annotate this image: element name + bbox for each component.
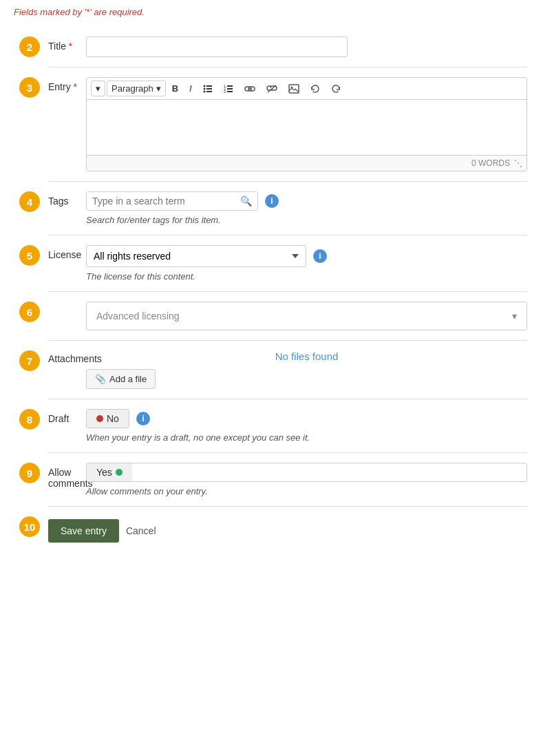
svg-rect-7 <box>227 85 233 87</box>
italic-button[interactable]: I <box>184 81 197 96</box>
advanced-licensing-toggle[interactable]: Advanced licensing ▾ <box>86 302 527 330</box>
allow-comments-option-yes[interactable]: Yes <box>87 463 132 481</box>
link-icon <box>244 85 255 93</box>
step-badge-draft: 8 <box>19 409 40 430</box>
unlink-button[interactable] <box>262 81 282 96</box>
title-field-col <box>86 36 527 57</box>
allow-comments-row: 9 Allow comments Yes Allow comments on y… <box>48 453 527 507</box>
entry-label: Entry * <box>48 77 86 92</box>
advanced-licensing-field-col: Advanced licensing ▾ <box>86 302 527 330</box>
license-select[interactable]: All rights reserved Creative Commons Pub… <box>86 245 306 267</box>
svg-point-2 <box>203 87 205 90</box>
svg-point-4 <box>203 90 205 92</box>
svg-point-0 <box>203 85 205 87</box>
word-count: 0 WORDS <box>471 158 510 168</box>
tags-label: Tags <box>48 191 86 207</box>
redo-button[interactable] <box>326 81 346 96</box>
advanced-licensing-row: 6 Advanced licensing ▾ <box>48 292 527 341</box>
numbered-list-button[interactable]: 1. 2. 3. <box>219 81 238 96</box>
draft-no-label: No <box>107 413 119 424</box>
draft-row: 8 Draft No i When your entry is a draft,… <box>48 399 527 453</box>
bullet-list-icon <box>203 84 213 94</box>
svg-text:3.: 3. <box>224 90 226 94</box>
svg-rect-11 <box>227 91 233 92</box>
draft-option-no[interactable]: No <box>87 410 129 428</box>
step-badge-tags: 4 <box>19 191 40 212</box>
step-badge-save: 10 <box>19 516 40 537</box>
add-file-button[interactable]: 📎 Add a file <box>86 369 156 389</box>
save-button[interactable]: Save entry <box>48 519 119 543</box>
draft-toggle-group: No <box>86 409 129 428</box>
title-input[interactable] <box>86 36 348 57</box>
redo-icon <box>331 84 341 94</box>
svg-rect-3 <box>206 88 212 90</box>
draft-label: Draft <box>48 409 86 424</box>
license-label: License <box>48 245 86 260</box>
advanced-licensing-text: Advanced licensing <box>96 311 180 322</box>
paperclip-icon: 📎 <box>95 374 106 384</box>
editor-toolbar: ▾ Paragraph ▾ B I <box>87 78 527 100</box>
toolbar-paragraph[interactable]: Paragraph ▾ <box>107 81 166 96</box>
resize-handle[interactable]: ⋱ <box>514 158 522 168</box>
step-badge-entry: 3 <box>19 77 40 98</box>
step-badge-comments: 9 <box>19 463 40 483</box>
entry-field-col: ▾ Paragraph ▾ B I <box>86 77 527 171</box>
svg-rect-5 <box>206 91 212 92</box>
editor-footer: 0 WORDS ⋱ <box>87 155 527 171</box>
attachments-content: No files found 📎 Add a file <box>86 350 527 389</box>
license-info-icon[interactable]: i <box>313 249 327 263</box>
image-icon <box>288 84 299 94</box>
comments-dot-green <box>116 469 123 476</box>
link-button[interactable] <box>240 82 260 96</box>
undo-button[interactable] <box>306 81 325 96</box>
title-label: Title * <box>48 36 86 52</box>
paragraph-label: Paragraph <box>112 83 153 94</box>
advanced-licensing-chevron-icon: ▾ <box>512 311 517 322</box>
step-badge-attachments: 7 <box>19 350 40 371</box>
title-row: 2 Title * <box>48 27 527 67</box>
draft-hint: When your entry is a draft, no one excep… <box>86 432 527 443</box>
entry-row: 3 Entry * ▾ Paragraph ▾ B I <box>48 67 527 182</box>
draft-info-icon[interactable]: i <box>136 412 150 426</box>
bullet-list-button[interactable] <box>198 81 218 96</box>
license-row: 5 License All rights reserved Creative C… <box>48 235 527 292</box>
required-note: Fields marked by '*' are required. <box>14 7 527 17</box>
svg-rect-1 <box>206 85 212 87</box>
draft-dot-red <box>96 415 103 422</box>
cancel-button[interactable]: Cancel <box>126 525 156 536</box>
allow-comments-field-col: Yes Allow comments on your entry. <box>86 463 527 496</box>
image-button[interactable] <box>284 81 304 96</box>
add-file-label: Add a file <box>109 374 147 384</box>
attachments-row: 7 Attachments No files found 📎 Add a fil… <box>48 341 527 399</box>
advanced-licensing-label-spacer <box>48 302 86 306</box>
no-files-text: No files found <box>86 350 527 362</box>
license-hint: The license for this content. <box>86 271 527 282</box>
undo-icon <box>310 84 320 94</box>
numbered-list-icon: 1. 2. 3. <box>224 84 233 94</box>
svg-rect-14 <box>289 85 299 93</box>
unlink-icon <box>266 84 277 94</box>
license-field-col: All rights reserved Creative Commons Pub… <box>86 245 527 282</box>
chevron-icon: ▾ <box>96 83 100 94</box>
yes-label: Yes <box>96 467 112 478</box>
tags-hint: Search for/enter tags for this item. <box>86 215 527 225</box>
tags-info-icon[interactable]: i <box>265 194 279 208</box>
tags-row: 4 Tags 🔍 i Search for/enter tags for thi… <box>48 182 527 235</box>
entry-editor: ▾ Paragraph ▾ B I <box>86 77 527 171</box>
attachments-label: Attachments <box>48 350 86 364</box>
bold-button[interactable]: B <box>167 81 183 96</box>
svg-rect-9 <box>227 88 233 90</box>
tags-search-box[interactable]: 🔍 <box>86 191 258 211</box>
step-badge-license: 5 <box>19 245 40 266</box>
step-badge-advanced: 6 <box>19 302 40 322</box>
search-icon: 🔍 <box>240 196 252 207</box>
tags-field-col: 🔍 i Search for/enter tags for this item. <box>86 191 527 225</box>
form-actions: 10 Save entry Cancel <box>48 507 527 543</box>
allow-comments-hint: Allow comments on your entry. <box>86 486 527 496</box>
allow-comments-toggle-group: Yes <box>86 463 527 482</box>
draft-field-col: No i When your entry is a draft, no one … <box>86 409 527 443</box>
step-badge-title: 2 <box>19 36 40 57</box>
toolbar-chevron[interactable]: ▾ <box>91 81 105 96</box>
tags-input[interactable] <box>92 196 240 207</box>
editor-body[interactable] <box>87 100 527 155</box>
